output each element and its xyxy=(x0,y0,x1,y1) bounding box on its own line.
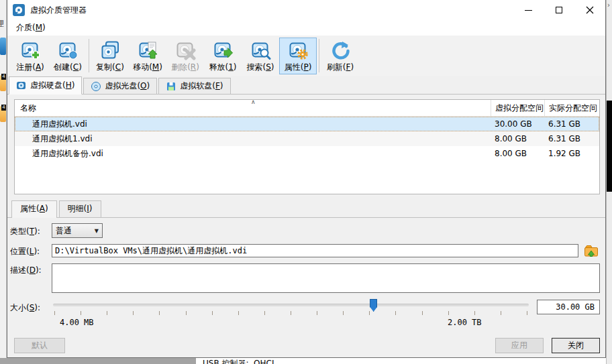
background-bottom-left-strip xyxy=(0,358,196,364)
reset-defaults-button: 默认 xyxy=(14,338,65,353)
maximize-icon xyxy=(556,7,562,13)
details-tabbar: 属性(A) 明细(I) xyxy=(11,200,605,217)
close-button[interactable] xyxy=(574,0,605,20)
table-row[interactable]: 通用虚拟机1.vdi 8.00 GB 6.31 GB xyxy=(15,131,599,146)
chevron-right-icon: › xyxy=(607,1,610,9)
size-slider[interactable] xyxy=(52,298,530,316)
table-row[interactable]: 通用虚拟机.vdi 30.00 GB 6.31 GB xyxy=(15,117,599,131)
app-media-icon xyxy=(13,4,25,16)
virtual-media-manager-dialog: 虚拟介质管理器 介质(M) 注册(A) xyxy=(7,0,606,358)
background-folder-icon-fragment: 4 xyxy=(0,75,6,91)
minimize-icon xyxy=(525,10,532,11)
window-title: 虚拟介质管理器 xyxy=(30,5,87,16)
column-header-virtual-size[interactable]: 虚拟分配空间 xyxy=(491,100,544,117)
usb-controller-text: USB 控制器: OHCI xyxy=(203,358,274,364)
apply-button: 应用 xyxy=(495,338,544,353)
location-label: 位置(L): xyxy=(10,245,52,257)
close-icon xyxy=(586,6,594,14)
table-row[interactable]: 通用虚拟机备份.vdi 8.00 GB 1.92 GB xyxy=(15,146,599,161)
disk-release-icon xyxy=(212,40,234,61)
refresh-icon xyxy=(329,40,351,61)
toolbar-separator xyxy=(89,39,89,72)
table-header[interactable]: 名称 ∧ 虚拟分配空间 实际分配空间 xyxy=(15,100,599,117)
description-textarea[interactable] xyxy=(52,263,600,293)
minimize-button[interactable] xyxy=(513,0,544,20)
background-left-text-fragment: 理 xyxy=(0,18,4,29)
titlebar[interactable]: 虚拟介质管理器 xyxy=(7,0,605,20)
disk-search-icon xyxy=(250,40,271,61)
toolbar-delete-button: 删除(R) xyxy=(166,38,204,74)
menubar: 介质(M) xyxy=(7,20,605,36)
tab-optical-disks[interactable]: 虚拟光盘(O) xyxy=(83,78,157,94)
disk-new-icon xyxy=(57,40,79,61)
toolbar-separator xyxy=(319,39,319,72)
media-type-tabbar: 虚拟硬盘(H) 虚拟光盘(O) 虚拟软盘(F) xyxy=(7,76,605,95)
disk-copy-icon xyxy=(99,40,121,61)
disk-add-icon xyxy=(19,40,41,61)
menu-media[interactable]: 介质(M) xyxy=(11,20,50,36)
close-dialog-button[interactable]: 关闭 xyxy=(552,338,600,353)
toolbar-refresh-button[interactable]: 刷新(F) xyxy=(321,38,359,74)
choose-location-button[interactable] xyxy=(582,243,600,259)
slider-handle[interactable] xyxy=(370,299,377,312)
toolbar-create-button[interactable]: 创建(C) xyxy=(49,38,87,74)
disk-delete-icon xyxy=(174,40,196,61)
size-min-label: 4.00 MB xyxy=(60,318,94,327)
toolbar-search-button[interactable]: 搜索(S) xyxy=(242,38,279,74)
column-header-actual-size[interactable]: 实际分配空间 xyxy=(544,100,599,117)
size-label: 大小(S): xyxy=(10,301,52,314)
attributes-pane: 类型(T): 普通 ▼ 位置(L): 描述(D): 大小(S): xyxy=(7,217,605,328)
optical-disk-icon xyxy=(91,81,101,92)
toolbar-register-button[interactable]: 注册(A) xyxy=(11,38,49,74)
tab-attributes[interactable]: 属性(A) xyxy=(11,200,57,218)
toolbar-copy-button[interactable]: 复制(C) xyxy=(91,38,129,74)
toolbar: 注册(A) 创建(C) 复制(C) xyxy=(7,36,605,76)
type-combobox[interactable]: 普通 ▼ xyxy=(52,223,103,238)
background-preview-fragment xyxy=(607,101,612,192)
slider-ticks xyxy=(54,311,527,315)
tab-hard-disks[interactable]: 虚拟硬盘(H) xyxy=(9,76,82,95)
slider-track[interactable] xyxy=(53,304,529,306)
disk-properties-icon xyxy=(287,40,309,61)
hard-disk-icon xyxy=(16,80,27,91)
background-bottom-usb-text-strip: USB 控制器: OHCI xyxy=(196,358,606,364)
floppy-disk-icon xyxy=(166,81,176,92)
folder-up-icon xyxy=(584,244,599,257)
chevron-down-icon: ▼ xyxy=(95,228,99,234)
description-label: 描述(D): xyxy=(10,263,52,276)
background-folder-icon-fragment: 4 xyxy=(0,106,6,122)
tab-information[interactable]: 明细(I) xyxy=(59,200,101,217)
size-scale-labels: 4.00 MB 2.00 TB xyxy=(54,318,600,328)
location-input[interactable] xyxy=(52,244,578,257)
disk-move-icon xyxy=(137,40,158,61)
media-table: 名称 ∧ 虚拟分配空间 实际分配空间 通用虚拟机.vdi 30.00 GB 6.… xyxy=(14,99,600,194)
toolbar-release-button[interactable]: 释放(1) xyxy=(204,38,242,74)
sort-ascending-icon: ∧ xyxy=(251,99,256,105)
background-left-icon-fragment xyxy=(0,38,6,55)
footer: 默认 应用 关闭 xyxy=(14,338,600,353)
type-label: 类型(T): xyxy=(10,225,52,237)
toolbar-properties-button[interactable]: 属性(P) xyxy=(279,38,317,74)
toolbar-move-button[interactable]: 移动(M) xyxy=(129,38,166,74)
tab-floppy-disks[interactable]: 虚拟软盘(F) xyxy=(158,78,230,94)
type-combobox-value: 普通 xyxy=(56,225,72,237)
maximize-button[interactable] xyxy=(544,0,574,20)
background-right-window-sliver: › xyxy=(606,0,612,364)
size-max-label: 2.00 TB xyxy=(448,318,482,327)
size-value-field[interactable]: 30.00 GB xyxy=(537,300,600,314)
background-left-window-sliver: 理 4 4 xyxy=(0,0,7,364)
